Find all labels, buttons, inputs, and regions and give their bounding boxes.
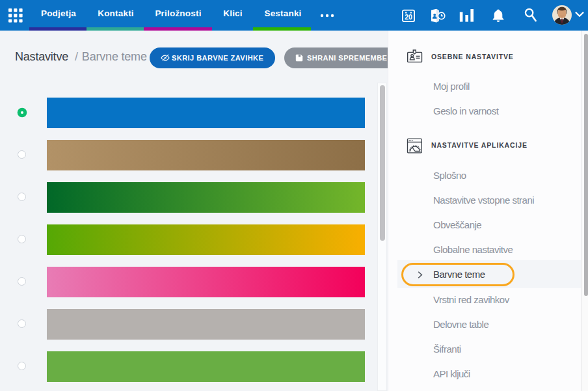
svg-text:20: 20 xyxy=(405,13,412,21)
